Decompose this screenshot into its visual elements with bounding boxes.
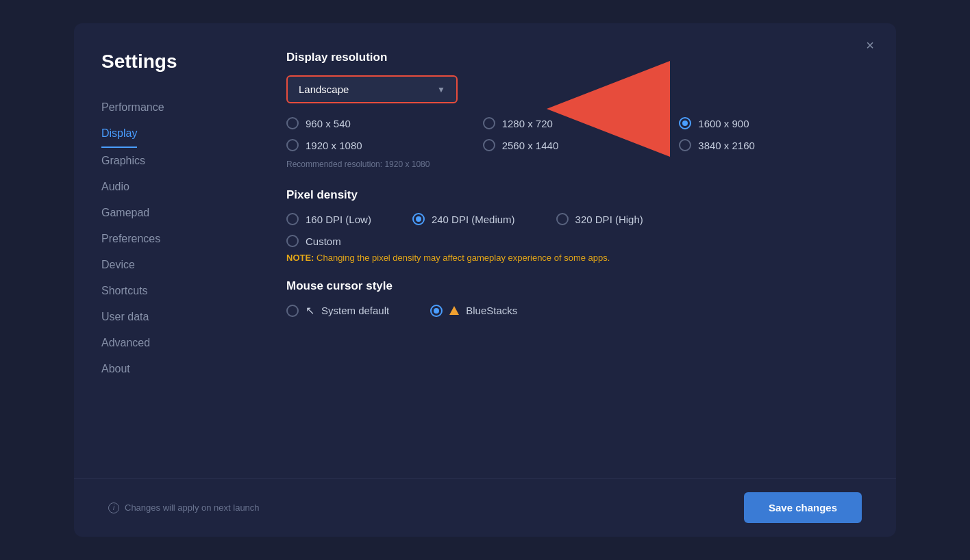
radio-circle: [286, 305, 299, 317]
resolution-title: Display resolution: [286, 51, 862, 64]
resolution-section: Display resolution Landscape ▼ 960 x 540…: [286, 51, 862, 169]
radio-circle: [483, 117, 495, 129]
sidebar-item-display[interactable]: Display: [101, 120, 137, 148]
sidebar-item-shortcuts[interactable]: Shortcuts: [101, 278, 252, 304]
radio-circle: [286, 235, 299, 247]
radio-circle-selected: [430, 305, 443, 317]
density-custom[interactable]: Custom: [286, 235, 862, 247]
density-320[interactable]: 320 DPI (High): [556, 213, 643, 225]
pixel-density-section: Pixel density 160 DPI (Low) 240 DPI (Med…: [286, 188, 862, 263]
settings-title: Settings: [101, 51, 252, 73]
resolution-960x540[interactable]: 960 x 540: [286, 117, 469, 129]
dropdown-value: Landscape: [299, 84, 349, 95]
sidebar-item-user-data[interactable]: User data: [101, 304, 252, 330]
resolution-3840x2160[interactable]: 3840 x 2160: [679, 139, 862, 151]
note-label: NOTE:: [286, 253, 314, 263]
density-160[interactable]: 160 DPI (Low): [286, 213, 371, 225]
radio-circle: [286, 117, 299, 129]
radio-circle: [556, 213, 569, 225]
sidebar-item-device[interactable]: Device: [101, 252, 252, 278]
resolution-options: 960 x 540 1280 x 720 1600 x 900 1920 x 1…: [286, 117, 862, 151]
density-240[interactable]: 240 DPI (Medium): [412, 213, 515, 225]
radio-circle: [286, 139, 299, 151]
sidebar-nav: Performance Display Graphics Audio Gamep…: [101, 94, 252, 382]
cursor-options: ↖ System default BlueStacks: [286, 304, 862, 317]
footer-note: i Changes will apply on next launch: [108, 502, 260, 513]
recommended-resolution: Recommended resolution: 1920 x 1080: [286, 160, 862, 169]
cursor-bluestacks[interactable]: BlueStacks: [430, 305, 517, 317]
settings-modal: × Settings Performance Display Graphics …: [74, 23, 896, 537]
sidebar: Settings Performance Display Graphics Au…: [74, 23, 252, 478]
cursor-system-default[interactable]: ↖ System default: [286, 304, 389, 317]
pixel-density-title: Pixel density: [286, 188, 862, 202]
sidebar-item-performance[interactable]: Performance: [101, 94, 252, 120]
orientation-dropdown[interactable]: Landscape ▼: [286, 75, 458, 103]
resolution-2560x1440[interactable]: 2560 x 1440: [483, 139, 666, 151]
sidebar-item-preferences[interactable]: Preferences: [101, 226, 252, 252]
radio-circle: [679, 139, 691, 151]
radio-circle-selected: [412, 213, 425, 225]
main-content: Display resolution Landscape ▼ 960 x 540…: [252, 23, 896, 478]
arrow-cursor-icon: ↖: [306, 304, 314, 317]
save-changes-button[interactable]: Save changes: [744, 492, 862, 523]
sidebar-item-advanced[interactable]: Advanced: [101, 330, 252, 356]
pixel-density-note: NOTE: Changing the pixel density may aff…: [286, 253, 862, 263]
mouse-cursor-title: Mouse cursor style: [286, 279, 862, 293]
mouse-cursor-section: Mouse cursor style ↖ System default Blue…: [286, 279, 862, 317]
sidebar-item-gamepad[interactable]: Gamepad: [101, 200, 252, 226]
radio-circle-selected: [679, 117, 691, 129]
info-icon: i: [108, 502, 119, 513]
bluestacks-cursor-icon: [449, 306, 459, 315]
radio-circle: [286, 213, 299, 225]
footer-note-text: Changes will apply on next launch: [125, 502, 260, 513]
sidebar-item-graphics[interactable]: Graphics: [101, 148, 252, 174]
resolution-1280x720[interactable]: 1280 x 720: [483, 117, 666, 129]
resolution-1920x1080[interactable]: 1920 x 1080: [286, 139, 469, 151]
footer: i Changes will apply on next launch Save…: [74, 478, 896, 537]
radio-circle: [483, 139, 495, 151]
chevron-down-icon: ▼: [437, 85, 445, 94]
resolution-1600x900[interactable]: 1600 x 900: [679, 117, 862, 129]
sidebar-item-audio[interactable]: Audio: [101, 174, 252, 200]
sidebar-item-about[interactable]: About: [101, 356, 252, 382]
